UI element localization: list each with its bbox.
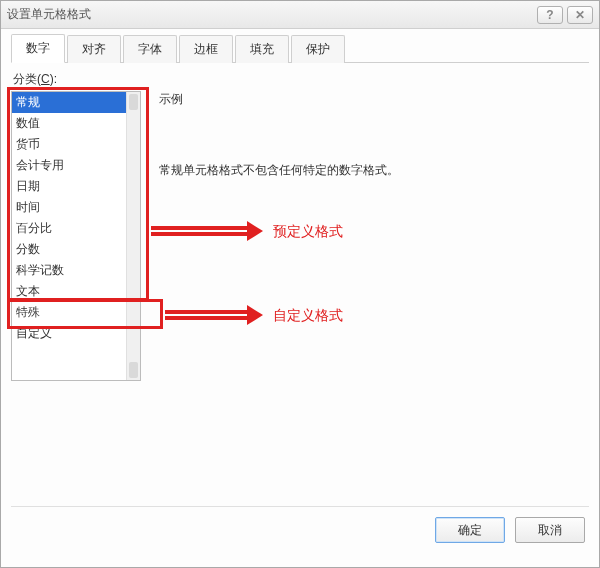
annotation-arrow-predefined <box>151 219 261 243</box>
list-item[interactable]: 会计专用 <box>12 155 140 176</box>
help-icon: ? <box>546 8 553 22</box>
list-item[interactable]: 日期 <box>12 176 140 197</box>
dialog-footer: 确定 取消 <box>435 517 585 543</box>
list-item[interactable]: 数值 <box>12 113 140 134</box>
list-item[interactable]: 时间 <box>12 197 140 218</box>
tab-protection[interactable]: 保护 <box>291 35 345 63</box>
tab-bar: 数字 对齐 字体 边框 填充 保护 <box>11 35 589 63</box>
tab-body-number: 分类(C): 常规 数值 货币 会计专用 日期 时间 百分比 分数 科学记数 文… <box>11 71 589 501</box>
list-item[interactable]: 特殊 <box>12 302 140 323</box>
scrollbar[interactable] <box>126 92 140 380</box>
list-item[interactable]: 科学记数 <box>12 260 140 281</box>
list-item[interactable]: 分数 <box>12 239 140 260</box>
cancel-button[interactable]: 取消 <box>515 517 585 543</box>
help-button[interactable]: ? <box>537 6 563 24</box>
sample-box <box>159 112 585 144</box>
dialog-content: 数字 对齐 字体 边框 填充 保护 分类(C): 常规 数值 货币 会计专用 日… <box>1 29 599 567</box>
window-title: 设置单元格格式 <box>7 6 533 23</box>
scrollbar-up-icon <box>129 94 138 110</box>
sample-label: 示例 <box>159 91 585 108</box>
separator <box>11 506 589 507</box>
close-icon: ✕ <box>575 8 585 22</box>
scrollbar-down-icon <box>129 362 138 378</box>
tab-font[interactable]: 字体 <box>123 35 177 63</box>
category-label: 分类(C): <box>13 71 589 88</box>
list-item[interactable]: 常规 <box>12 92 140 113</box>
right-panel: 示例 常规单元格格式不包含任何特定的数字格式。 <box>159 91 585 179</box>
category-listbox[interactable]: 常规 数值 货币 会计专用 日期 时间 百分比 分数 科学记数 文本 特殊 自定… <box>11 91 141 381</box>
annotation-label-custom: 自定义格式 <box>273 307 343 325</box>
list-item[interactable]: 货币 <box>12 134 140 155</box>
annotation-arrow-custom <box>165 303 261 327</box>
annotation-label-predefined: 预定义格式 <box>273 223 343 241</box>
titlebar: 设置单元格格式 ? ✕ <box>1 1 599 29</box>
ok-button[interactable]: 确定 <box>435 517 505 543</box>
format-cells-dialog: 设置单元格格式 ? ✕ 数字 对齐 字体 边框 填充 保护 分类(C): 常规 … <box>0 0 600 568</box>
tab-number[interactable]: 数字 <box>11 34 65 63</box>
format-description: 常规单元格格式不包含任何特定的数字格式。 <box>159 162 585 179</box>
tab-alignment[interactable]: 对齐 <box>67 35 121 63</box>
list-item[interactable]: 文本 <box>12 281 140 302</box>
tab-fill[interactable]: 填充 <box>235 35 289 63</box>
close-button[interactable]: ✕ <box>567 6 593 24</box>
list-item[interactable]: 自定义 <box>12 323 140 344</box>
tab-border[interactable]: 边框 <box>179 35 233 63</box>
list-item[interactable]: 百分比 <box>12 218 140 239</box>
